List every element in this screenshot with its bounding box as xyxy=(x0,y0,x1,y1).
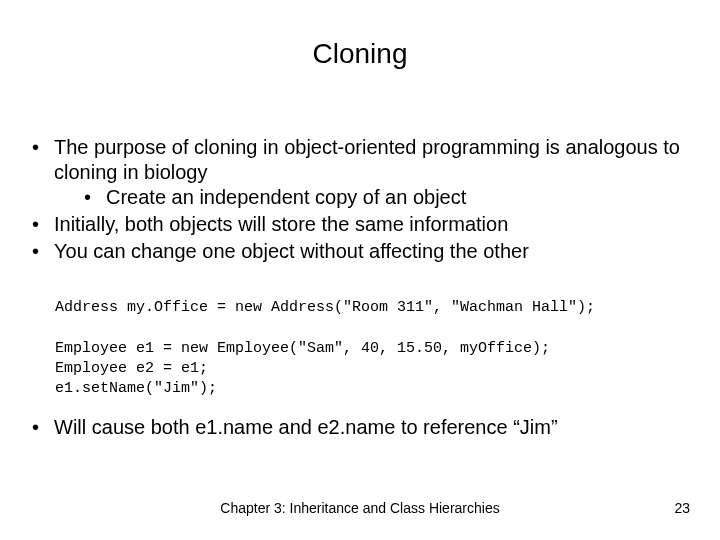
code-line: Address my.Office = new Address("Room 31… xyxy=(55,299,595,316)
after-code-block: Will cause both e1.name and e2.name to r… xyxy=(28,415,692,442)
footer-page-number: 23 xyxy=(674,500,690,516)
code-line: e1.setName("Jim"); xyxy=(55,380,217,397)
bullet-list: The purpose of cloning in object-oriente… xyxy=(28,135,692,264)
sub-bullet-text: Create an independent copy of an object xyxy=(106,186,466,208)
code-line: Employee e2 = e1; xyxy=(55,360,208,377)
bullet-item: You can change one object without affect… xyxy=(28,239,692,264)
bullet-text: You can change one object without affect… xyxy=(54,240,529,262)
slide-body: The purpose of cloning in object-oriente… xyxy=(28,135,692,266)
slide: Cloning The purpose of cloning in object… xyxy=(0,0,720,540)
bullet-text: Will cause both e1.name and e2.name to r… xyxy=(54,416,558,438)
code-line: Employee e1 = new Employee("Sam", 40, 15… xyxy=(55,340,550,357)
sub-bullet-list: Create an independent copy of an object xyxy=(54,185,692,210)
bullet-item: Initially, both objects will store the s… xyxy=(28,212,692,237)
bullet-text: Initially, both objects will store the s… xyxy=(54,213,508,235)
bullet-list: Will cause both e1.name and e2.name to r… xyxy=(28,415,692,440)
slide-title: Cloning xyxy=(0,38,720,70)
footer-chapter: Chapter 3: Inheritance and Class Hierarc… xyxy=(0,500,720,516)
sub-bullet-item: Create an independent copy of an object xyxy=(54,185,692,210)
bullet-item: Will cause both e1.name and e2.name to r… xyxy=(28,415,692,440)
bullet-item: The purpose of cloning in object-oriente… xyxy=(28,135,692,210)
code-block: Address my.Office = new Address("Room 31… xyxy=(55,298,595,399)
bullet-text: The purpose of cloning in object-oriente… xyxy=(54,136,680,183)
